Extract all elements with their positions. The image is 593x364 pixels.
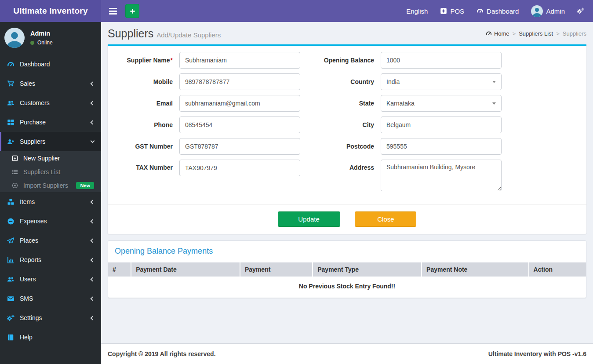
- gauge-icon: [486, 30, 492, 36]
- sidebar-menu-lower: Items Expenses Places Reports Users SMS: [0, 192, 101, 347]
- sidebar-item-expenses[interactable]: Expenses: [0, 211, 101, 231]
- app-brand[interactable]: Ultimate Inventory: [0, 0, 101, 22]
- update-button[interactable]: Update: [278, 211, 340, 227]
- users-icon: [7, 99, 15, 107]
- email-input[interactable]: [179, 95, 300, 112]
- sidebar-item-import-suppliers[interactable]: Import Suppliers New: [0, 178, 101, 192]
- caret-down-icon: [492, 102, 496, 105]
- nav-settings[interactable]: [577, 7, 584, 15]
- sidebar-item-new-supplier[interactable]: New Supplier: [0, 151, 101, 165]
- close-button[interactable]: Close: [355, 211, 416, 227]
- breadcrumb-separator: [513, 30, 516, 37]
- page-subtitle: Add/Update Suppliers: [156, 31, 221, 39]
- sidebar-user-name: Admin: [30, 30, 53, 37]
- form-footer: Update Close: [108, 204, 586, 234]
- user-plus-icon: [7, 138, 15, 146]
- page-title: Suppliers: [108, 27, 153, 40]
- sidebar-item-suppliers-list[interactable]: Suppliers List: [0, 165, 101, 178]
- sidebar-item-purchase[interactable]: Purchase: [0, 113, 101, 132]
- nav-pos[interactable]: POS: [440, 7, 464, 15]
- breadcrumb-home[interactable]: Home: [494, 30, 509, 37]
- plus-square-icon: [440, 7, 447, 15]
- sidebar-item-help[interactable]: Help: [0, 328, 101, 347]
- sidebar-item-places[interactable]: Places: [0, 231, 101, 250]
- payments-table-header-row: # Payment Date Payment Payment Type Paym…: [108, 262, 586, 277]
- chevron-left-icon: [91, 101, 95, 105]
- new-badge: New: [76, 182, 94, 189]
- supplier-name-input[interactable]: [179, 52, 300, 69]
- arrow-circle-left-icon: [12, 182, 18, 189]
- breadcrumb-suppliers-list[interactable]: Suppliers List: [519, 30, 553, 37]
- gst-number-input[interactable]: [179, 138, 300, 155]
- opening-balance-input[interactable]: [381, 52, 502, 69]
- envelope-icon: [7, 295, 15, 302]
- plus-square-outline-icon: [12, 155, 18, 161]
- sidebar-item-dashboard[interactable]: Dashboard: [0, 55, 101, 74]
- chevron-down-icon: [91, 139, 95, 143]
- online-dot-icon: [30, 41, 34, 45]
- list-icon: [12, 169, 18, 175]
- state-label: State: [317, 100, 381, 107]
- column-header-payment-note: Payment Note: [422, 262, 528, 277]
- phone-label: Phone: [108, 121, 179, 128]
- sidebar: Admin Online Dashboard Sales Customers P…: [0, 22, 101, 364]
- sidebar-item-sales[interactable]: Sales: [0, 74, 101, 93]
- breadcrumb-separator: [556, 30, 560, 37]
- supplier-form-panel: Supplier Name* Opening Balance Mobile Co…: [108, 44, 586, 234]
- chevron-left-icon: [91, 258, 95, 262]
- opening-balance-label: Opening Balance: [317, 57, 381, 64]
- sidebar-menu: Dashboard Sales Customers Purchase Suppl…: [0, 55, 101, 151]
- bar-chart-icon: [7, 256, 15, 264]
- chevron-left-icon: [91, 120, 95, 124]
- breadcrumb-current: Suppliers: [563, 30, 586, 37]
- book-icon: [7, 334, 15, 341]
- empty-message: No Previous Stock Entry Found!!: [108, 277, 586, 295]
- quick-add-button[interactable]: [125, 4, 139, 18]
- sidebar-item-reports[interactable]: Reports: [0, 250, 101, 269]
- form-row: TAX Number Address Subhramaniam Building…: [108, 160, 586, 193]
- chevron-left-icon: [91, 81, 95, 86]
- form-row: GST Number Postcode: [108, 138, 586, 155]
- email-label: Email: [108, 100, 179, 107]
- address-label: Address: [317, 160, 381, 171]
- footer-copyright: Copyright © 2019 All rights reserved.: [108, 350, 216, 357]
- paper-plane-icon: [7, 237, 15, 244]
- country-select[interactable]: India: [381, 73, 502, 90]
- sidebar-item-items[interactable]: Items: [0, 192, 101, 211]
- cogs-icon: [7, 314, 15, 322]
- sidebar-item-users[interactable]: Users: [0, 269, 101, 289]
- payments-panel-title: Opening Balance Payments: [108, 241, 586, 262]
- nav-dashboard[interactable]: Dashboard: [477, 7, 519, 15]
- sidebar-item-settings[interactable]: Settings: [0, 308, 101, 328]
- postcode-input[interactable]: [381, 138, 502, 155]
- tax-number-label: TAX Number: [108, 160, 179, 171]
- navbar-menu: English POS Dashboard Admin: [406, 0, 593, 22]
- grid-icon: [7, 119, 15, 126]
- footer-version: Ultimate Inventory with POS -v1.6: [488, 350, 586, 357]
- chevron-left-icon: [91, 296, 95, 301]
- minus-circle-icon: [7, 218, 15, 225]
- tax-number-input[interactable]: [179, 160, 300, 176]
- content-header: SuppliersAdd/Update Suppliers Home Suppl…: [101, 22, 593, 44]
- form-row: Email State Karnataka: [108, 95, 586, 112]
- sidebar-toggle-icon[interactable]: [107, 5, 119, 17]
- payments-table: # Payment Date Payment Payment Type Paym…: [108, 262, 586, 295]
- sidebar-item-suppliers[interactable]: Suppliers: [0, 132, 101, 151]
- state-select[interactable]: Karnataka: [381, 95, 502, 112]
- form-row: Supplier Name* Opening Balance: [108, 52, 586, 69]
- required-asterisk: *: [171, 57, 173, 64]
- form-row: Mobile Country India: [108, 73, 586, 90]
- top-navbar: Ultimate Inventory English POS Dashboard…: [0, 0, 593, 22]
- form-row: Phone City: [108, 116, 586, 133]
- sidebar-item-customers[interactable]: Customers: [0, 93, 101, 113]
- address-textarea[interactable]: Subhramaniam Building, Mysore: [381, 160, 502, 191]
- nav-user[interactable]: Admin: [531, 5, 565, 17]
- cart-icon: [7, 80, 15, 87]
- mobile-input[interactable]: [179, 73, 300, 90]
- main-content: SuppliersAdd/Update Suppliers Home Suppl…: [101, 22, 593, 364]
- city-input[interactable]: [381, 116, 502, 133]
- empty-table-row: No Previous Stock Entry Found!!: [108, 277, 586, 295]
- nav-language[interactable]: English: [406, 7, 428, 15]
- sidebar-item-sms[interactable]: SMS: [0, 289, 101, 308]
- phone-input[interactable]: [179, 116, 300, 133]
